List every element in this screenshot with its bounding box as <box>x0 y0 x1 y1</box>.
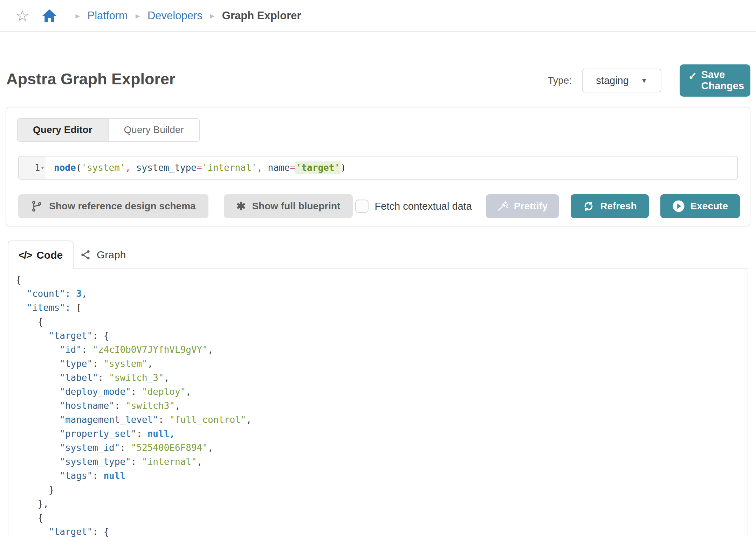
page-title: Apstra Graph Explorer <box>6 70 176 88</box>
breadcrumb-separator-icon: ▸ <box>75 11 80 21</box>
blueprint-icon: ✱ <box>236 201 246 212</box>
graph-explorer-page: ☆ ▸ Platform ▸ Developers ▸ Graph Explor… <box>0 0 756 537</box>
editor-gutter: 1 ▾ <box>19 156 46 179</box>
breadcrumb-item-platform[interactable]: Platform <box>88 9 128 22</box>
show-reference-design-schema-button[interactable]: Show reference design schema <box>18 194 208 218</box>
breadcrumb: ☆ ▸ Platform ▸ Developers ▸ Graph Explor… <box>0 0 756 32</box>
home-icon[interactable] <box>42 9 57 23</box>
breadcrumb-separator-icon: ▸ <box>210 11 214 21</box>
tab-graph[interactable]: Graph <box>80 241 126 268</box>
save-changes-button[interactable]: ✓ Save Changes <box>680 64 750 97</box>
fold-caret-icon[interactable]: ▾ <box>41 165 44 171</box>
json-output: { "count": 3, "items": [ { "target": { "… <box>8 268 748 537</box>
fetch-contextual-label[interactable]: Fetch contextual data <box>375 201 472 212</box>
type-label: Type: <box>548 75 572 86</box>
share-icon <box>80 249 91 260</box>
query-actions: Show reference design schema ✱ Show full… <box>18 194 740 218</box>
save-changes-label: Save Changes <box>701 69 742 92</box>
check-icon: ✓ <box>688 70 697 82</box>
prettify-button[interactable]: Prettify <box>486 194 559 218</box>
result-content: { "count": 3, "items": [ { "target": { "… <box>8 268 748 537</box>
chevron-down-icon: ▼ <box>641 77 648 85</box>
breadcrumb-item-developers[interactable]: Developers <box>147 9 202 22</box>
play-icon <box>672 200 685 212</box>
tab-query-editor[interactable]: Query Editor <box>18 119 109 141</box>
tab-code-label: Code <box>36 249 63 261</box>
refresh-icon <box>583 200 595 212</box>
breadcrumb-item-current: Graph Explorer <box>222 9 301 22</box>
line-number: 1 <box>35 162 40 173</box>
favorite-star-icon[interactable]: ☆ <box>15 8 29 23</box>
type-select-value: staging <box>596 75 629 86</box>
blueprint-type-select[interactable]: staging ▼ <box>582 69 661 92</box>
show-blueprint-label: Show full blueprint <box>252 201 340 212</box>
tab-graph-label: Graph <box>97 249 126 261</box>
tab-query-builder[interactable]: Query Builder <box>109 119 199 141</box>
refresh-label: Refresh <box>600 201 637 212</box>
breadcrumb-separator-icon: ▸ <box>136 11 140 21</box>
show-full-blueprint-button[interactable]: ✱ Show full blueprint <box>224 194 353 218</box>
magic-wand-icon <box>497 201 508 212</box>
header-controls: Type: staging ▼ ✓ Save Changes <box>548 64 750 97</box>
prettify-label: Prettify <box>514 201 548 212</box>
query-editor[interactable]: 1 ▾ node('system', system_type='internal… <box>18 156 738 180</box>
query-panel: Query Editor Query Builder 1 ▾ node('sys… <box>6 107 750 226</box>
fetch-contextual-checkbox[interactable] <box>355 200 369 213</box>
query-code-line[interactable]: node('system', system_type='internal', n… <box>46 156 346 179</box>
code-icon: </> <box>19 249 32 261</box>
git-branch-icon <box>31 200 43 212</box>
execute-label: Execute <box>690 201 728 212</box>
execute-button[interactable]: Execute <box>660 194 740 218</box>
query-mode-tabs: Query Editor Query Builder <box>17 118 200 142</box>
show-schema-label: Show reference design schema <box>49 201 196 212</box>
refresh-button[interactable]: Refresh <box>571 194 648 218</box>
tab-code[interactable]: </> Code <box>8 240 74 269</box>
